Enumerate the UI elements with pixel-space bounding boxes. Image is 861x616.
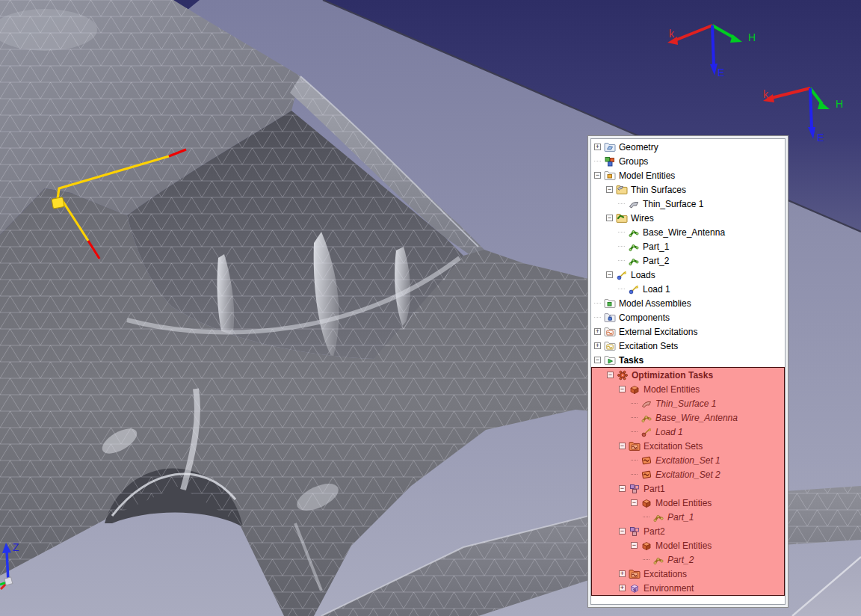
collapse-toggle-model-entities-3[interactable] bbox=[631, 499, 638, 506]
tree-item-excitation-set-1[interactable]: Excitation_Set 1 bbox=[592, 453, 784, 467]
wire-icon bbox=[628, 241, 640, 253]
folder-lock-icon bbox=[604, 312, 616, 324]
tree-item-label: Thin Surfaces bbox=[631, 184, 686, 195]
squares-hl-icon bbox=[629, 483, 641, 495]
folder-wire-icon bbox=[616, 212, 628, 224]
tree-item-groups[interactable]: Groups bbox=[591, 154, 785, 168]
tree-item-components[interactable]: Components bbox=[591, 310, 785, 324]
tree-item-model-entities-2[interactable]: Model Entities bbox=[592, 382, 784, 396]
tree-item-label: Excitation_Set 2 bbox=[655, 469, 720, 480]
load-icon bbox=[628, 283, 640, 295]
tree-item-wires[interactable]: Wires bbox=[591, 211, 785, 225]
tree-item-environment[interactable]: Environment bbox=[592, 581, 784, 595]
tree-item-part-1-2[interactable]: Part_1 bbox=[592, 510, 784, 524]
tree-connector-stub bbox=[594, 303, 601, 304]
wire-icon bbox=[628, 255, 640, 267]
expand-toggle-external-excitations[interactable] bbox=[594, 328, 601, 335]
tree-item-label: Model Entities bbox=[644, 384, 700, 395]
optimization-highlight-region: Optimization TasksModel EntitiesThin_Sur… bbox=[591, 367, 785, 596]
tree-item-model-entities-3[interactable]: Model Entities bbox=[592, 496, 784, 510]
expand-toggle-excitations[interactable] bbox=[619, 570, 626, 577]
k-vector-label: k bbox=[669, 28, 675, 40]
collapse-toggle-model-entities-2[interactable] bbox=[619, 386, 626, 392]
tree-item-part-1[interactable]: Part_1 bbox=[591, 239, 785, 253]
tree-item-excitation-sets-2[interactable]: Excitation Sets bbox=[592, 439, 784, 453]
application-window: k H E k H E Z GeometryGroupsModel Entiti… bbox=[0, 0, 861, 616]
surface-red-icon bbox=[641, 398, 652, 410]
surface-icon bbox=[628, 198, 640, 210]
tree-item-base-wire-antenna[interactable]: Base_Wire_Antenna bbox=[591, 225, 785, 239]
tree-item-part1[interactable]: Part1 bbox=[592, 481, 784, 496]
collapse-toggle-thin-surfaces[interactable] bbox=[606, 186, 613, 193]
model-tree-panel: GeometryGroupsModel EntitiesThin Surface… bbox=[587, 135, 789, 608]
expand-toggle-geometry[interactable] bbox=[594, 144, 601, 150]
tree-item-excitation-set-2[interactable]: Excitation_Set 2 bbox=[592, 467, 784, 481]
k-vector-label: k bbox=[763, 88, 769, 100]
z-axis-label: Z bbox=[13, 541, 19, 553]
tree-item-label: Excitation_Set 1 bbox=[655, 455, 720, 466]
z-axis-arrow bbox=[7, 551, 8, 582]
tree-item-tasks[interactable]: Tasks bbox=[591, 353, 785, 367]
tree-item-excitations[interactable]: Excitations bbox=[592, 567, 784, 581]
collapse-toggle-optimization-tasks[interactable] bbox=[607, 372, 614, 378]
groups-icon bbox=[604, 155, 616, 167]
collapse-toggle-tasks[interactable] bbox=[594, 357, 601, 363]
tree-rows: GeometryGroupsModel EntitiesThin Surface… bbox=[591, 139, 785, 596]
tree-item-base-wire-antenna-2[interactable]: Base_Wire_Antenna bbox=[592, 410, 784, 425]
collapse-toggle-excitation-sets-2[interactable] bbox=[619, 443, 626, 449]
tree-item-label: Part2 bbox=[644, 526, 665, 537]
collapse-toggle-wires[interactable] bbox=[606, 215, 613, 221]
tree-connector-stub bbox=[631, 474, 638, 475]
e-vector-label: E bbox=[817, 132, 824, 144]
folder-wave-yellow-icon bbox=[604, 340, 616, 352]
wire-red-icon bbox=[652, 554, 664, 566]
tree-item-model-assemblies[interactable]: Model Assemblies bbox=[591, 296, 785, 310]
expand-toggle-environment[interactable] bbox=[619, 585, 626, 591]
tree-item-label: Thin_Surface 1 bbox=[655, 398, 716, 409]
h-vector-label: H bbox=[836, 98, 843, 110]
tree-item-label: Model Entities bbox=[655, 497, 712, 508]
tree-item-excitation-sets[interactable]: Excitation Sets bbox=[591, 339, 785, 353]
gear-red-icon bbox=[617, 369, 629, 381]
tree-item-thin-surface-1-2[interactable]: Thin_Surface 1 bbox=[592, 396, 784, 410]
geometry-icon bbox=[604, 141, 616, 153]
tree-item-label: Excitation Sets bbox=[644, 440, 703, 452]
tree-item-part-2[interactable]: Part_2 bbox=[591, 253, 785, 268]
tree-item-label: Model Entities bbox=[619, 170, 675, 181]
load-icon bbox=[616, 269, 628, 281]
tree-item-label: Part1 bbox=[644, 483, 665, 494]
e-vector-arrow bbox=[810, 88, 812, 129]
tree-item-load-1[interactable]: Load 1 bbox=[591, 282, 785, 296]
tree-item-label: Part_2 bbox=[643, 255, 669, 266]
tree-item-model-entities-4[interactable]: Model Entities bbox=[592, 538, 784, 552]
collapse-toggle-model-entities[interactable] bbox=[594, 172, 601, 179]
tree-item-part2[interactable]: Part2 bbox=[592, 524, 784, 538]
env-cube-icon bbox=[629, 582, 641, 594]
tree-item-optimization-tasks[interactable]: Optimization Tasks bbox=[592, 368, 784, 382]
tree-item-label: Loads bbox=[631, 269, 655, 280]
tree-item-load-1-2[interactable]: Load 1 bbox=[592, 425, 784, 439]
tree-item-model-entities[interactable]: Model Entities bbox=[591, 168, 785, 182]
tree-item-external-excitations[interactable]: External Excitations bbox=[591, 324, 785, 339]
tree-item-label: Groups bbox=[619, 155, 648, 167]
antenna-feed-port bbox=[52, 197, 64, 209]
tree-item-label: Thin_Surface 1 bbox=[643, 198, 703, 209]
tree-item-thin-surfaces[interactable]: Thin Surfaces bbox=[591, 182, 785, 197]
collapse-toggle-model-entities-4[interactable] bbox=[631, 542, 638, 549]
e-vector-label: E bbox=[718, 67, 724, 78]
tree-item-part-2-2[interactable]: Part_2 bbox=[592, 552, 784, 567]
tree-connector-stub bbox=[618, 246, 625, 247]
expand-toggle-excitation-sets[interactable] bbox=[594, 342, 601, 349]
tree-item-label: Part_1 bbox=[643, 241, 669, 252]
wave-badge-icon bbox=[641, 455, 652, 466]
tree-item-thin-surface-1[interactable]: Thin_Surface 1 bbox=[591, 197, 785, 211]
collapse-toggle-part1[interactable] bbox=[619, 485, 626, 492]
tree-connector-stub bbox=[631, 460, 638, 461]
folder-surface-icon bbox=[616, 184, 628, 196]
tree-item-geometry[interactable]: Geometry bbox=[591, 140, 785, 154]
collapse-toggle-part2[interactable] bbox=[619, 528, 626, 535]
model-tree-scroll-area[interactable]: GeometryGroupsModel EntitiesThin Surface… bbox=[590, 138, 786, 605]
tree-item-loads[interactable]: Loads bbox=[591, 268, 785, 282]
tree-connector-stub bbox=[631, 417, 638, 419]
collapse-toggle-loads[interactable] bbox=[606, 271, 613, 278]
